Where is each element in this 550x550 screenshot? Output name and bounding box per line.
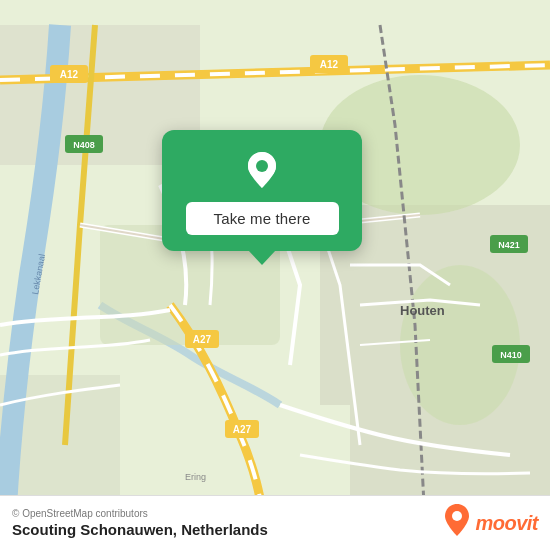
map-background: A12 A12 N408 A27 A27 N421 N410 Lekkanaal <box>0 0 550 550</box>
moovit-text: moovit <box>475 512 538 535</box>
location-pin-icon <box>240 148 284 192</box>
svg-text:N421: N421 <box>498 240 520 250</box>
moovit-pin-icon <box>443 504 471 542</box>
moovit-logo: moovit <box>443 504 538 542</box>
attribution-text: © OpenStreetMap contributors <box>12 508 268 519</box>
map-container: A12 A12 N408 A27 A27 N421 N410 Lekkanaal <box>0 0 550 550</box>
svg-text:A27: A27 <box>233 424 252 435</box>
svg-text:Ering: Ering <box>185 472 206 482</box>
svg-text:A12: A12 <box>60 69 79 80</box>
svg-text:Houten: Houten <box>400 303 445 318</box>
bottom-bar: © OpenStreetMap contributors Scouting Sc… <box>0 495 550 550</box>
bottom-left-info: © OpenStreetMap contributors Scouting Sc… <box>12 508 268 538</box>
svg-point-28 <box>452 511 462 521</box>
svg-point-27 <box>256 160 268 172</box>
svg-text:N408: N408 <box>73 140 95 150</box>
svg-text:A27: A27 <box>193 334 212 345</box>
location-name-text: Scouting Schonauwen, Netherlands <box>12 521 268 538</box>
popup-card: Take me there <box>162 130 362 251</box>
svg-text:N410: N410 <box>500 350 522 360</box>
svg-text:A12: A12 <box>320 59 339 70</box>
take-me-there-button[interactable]: Take me there <box>186 202 339 235</box>
